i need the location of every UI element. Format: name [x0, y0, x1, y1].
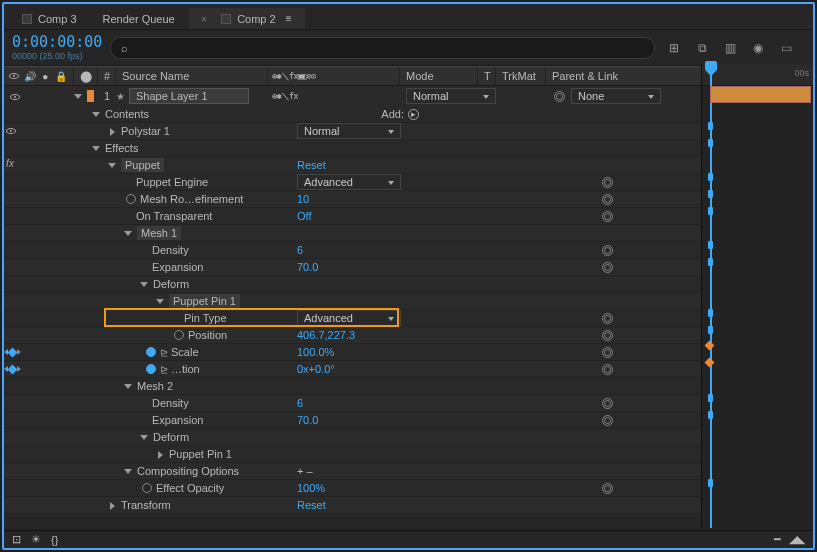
- density2-value[interactable]: 6: [297, 397, 303, 409]
- twirl-contents[interactable]: [92, 110, 101, 119]
- toolbar-icon-3[interactable]: ▥: [721, 41, 739, 55]
- pickwhip-icon[interactable]: [602, 313, 613, 324]
- graph-icon[interactable]: ⊵: [160, 347, 168, 358]
- layer-color-chip[interactable]: [87, 90, 94, 102]
- prop-polystar[interactable]: Polystar 1: [121, 125, 170, 137]
- pickwhip-icon[interactable]: [602, 262, 613, 273]
- col-solo-icon[interactable]: ●: [39, 71, 52, 82]
- keyframe-diamond-icon[interactable]: [8, 347, 18, 357]
- footer-toggle-2[interactable]: ☀: [31, 533, 41, 546]
- tab-render-queue[interactable]: Render Queue: [91, 8, 187, 29]
- parent-pickwhip-icon[interactable]: [554, 91, 565, 102]
- prop-deform[interactable]: Deform: [153, 278, 189, 290]
- twirl-pin1[interactable]: [156, 297, 165, 306]
- prop-transform[interactable]: Transform: [121, 499, 171, 511]
- on-transparent-value[interactable]: Off: [297, 210, 311, 222]
- layer-duration-bar[interactable]: [710, 86, 811, 103]
- pickwhip-icon[interactable]: [602, 194, 613, 205]
- pickwhip-icon[interactable]: [602, 398, 613, 409]
- expansion2-value[interactable]: 70.0: [297, 414, 318, 426]
- prop-puppet-pin2[interactable]: Puppet Pin 1: [169, 448, 232, 460]
- position-value[interactable]: 406.7,227.3: [297, 329, 355, 341]
- puppet-engine-dropdown[interactable]: Advanced: [297, 174, 401, 190]
- stopwatch-icon[interactable]: [142, 483, 152, 493]
- playhead-icon[interactable]: [710, 64, 712, 528]
- pickwhip-icon[interactable]: [602, 245, 613, 256]
- keyframe-diamond-icon[interactable]: [8, 364, 18, 374]
- parent-dropdown[interactable]: None: [571, 88, 661, 104]
- layer-visibility-icon[interactable]: [10, 94, 20, 100]
- pickwhip-icon[interactable]: [602, 483, 613, 494]
- effect-opacity-value[interactable]: 100%: [297, 482, 325, 494]
- mesh-refinement-value[interactable]: 10: [297, 193, 309, 205]
- pickwhip-icon[interactable]: [602, 415, 613, 426]
- col-visibility-icon[interactable]: [8, 73, 21, 79]
- keyframe-marker-icon[interactable]: [705, 341, 715, 351]
- graph-icon[interactable]: ⊵: [160, 364, 168, 375]
- prop-mesh1[interactable]: Mesh 1: [137, 226, 181, 240]
- twirl-mesh1[interactable]: [124, 229, 133, 238]
- prop-deform2[interactable]: Deform: [153, 431, 189, 443]
- col-mode[interactable]: Mode: [400, 67, 478, 85]
- layer-mode-dropdown[interactable]: Normal: [406, 88, 496, 104]
- scale-value[interactable]: 100.0%: [297, 346, 334, 358]
- prop-puppet-pin1[interactable]: Puppet Pin 1: [169, 294, 240, 308]
- col-lock-icon[interactable]: 🔒: [55, 71, 68, 82]
- stopwatch-active-icon[interactable]: [146, 347, 156, 357]
- search-input[interactable]: ⌕: [110, 37, 655, 59]
- twirl-puppet[interactable]: [108, 161, 117, 170]
- tab-comp3[interactable]: Comp 3: [10, 8, 89, 29]
- timeline-marker-icon: [708, 190, 713, 198]
- toolbar-icon-2[interactable]: ⧉: [693, 41, 711, 55]
- col-audio-icon[interactable]: 🔊: [24, 71, 37, 82]
- twirl-deform[interactable]: [140, 280, 149, 289]
- prop-puppet[interactable]: Puppet: [121, 158, 164, 172]
- pickwhip-icon[interactable]: [602, 211, 613, 222]
- prop-mesh2[interactable]: Mesh 2: [137, 380, 173, 392]
- footer-toggle-1[interactable]: ⊡: [12, 533, 21, 546]
- pickwhip-icon[interactable]: [602, 330, 613, 341]
- current-timecode[interactable]: 0:00:00:00: [12, 35, 100, 50]
- add-menu-icon[interactable]: ▸: [408, 109, 419, 120]
- twirl-effects[interactable]: [92, 144, 101, 153]
- puppet-reset[interactable]: Reset: [297, 159, 326, 171]
- twirl-pin2[interactable]: [156, 450, 165, 459]
- expansion-value[interactable]: 70.0: [297, 261, 318, 273]
- layer-twirl-icon[interactable]: [74, 92, 79, 101]
- layer-name-field[interactable]: Shape Layer 1: [129, 88, 249, 104]
- timeline-panel[interactable]: 00s: [701, 64, 813, 528]
- twirl-mesh2[interactable]: [124, 382, 133, 391]
- twirl-deform2[interactable]: [140, 433, 149, 442]
- toolbar-icon-4[interactable]: ◉: [749, 41, 767, 55]
- footer-mountain-icon[interactable]: ◢◣: [789, 533, 805, 546]
- panel-menu-icon[interactable]: ≡: [286, 13, 293, 24]
- footer-zoom-icon[interactable]: ━: [774, 533, 781, 546]
- transform-reset[interactable]: Reset: [297, 499, 326, 511]
- pickwhip-icon[interactable]: [602, 177, 613, 188]
- layer-switches[interactable]: ⊕✱＼fx: [268, 90, 400, 103]
- keyframe-marker-icon[interactable]: [705, 358, 715, 368]
- col-trkmat[interactable]: TrkMat: [496, 67, 546, 85]
- col-source-name[interactable]: Source Name: [116, 67, 268, 85]
- twirl-polystar[interactable]: [108, 127, 117, 136]
- toolbar-icon-5[interactable]: ▭: [777, 41, 795, 55]
- stopwatch-active-icon[interactable]: [146, 364, 156, 374]
- twirl-transform[interactable]: [108, 501, 117, 510]
- tab-comp2[interactable]: ×Comp 2≡: [189, 8, 305, 29]
- pin-type-dropdown[interactable]: Advanced: [297, 310, 401, 326]
- pickwhip-icon[interactable]: [602, 364, 613, 375]
- compositing-add-remove[interactable]: + –: [297, 465, 313, 477]
- polystar-visibility-icon[interactable]: [6, 128, 16, 134]
- density-value[interactable]: 6: [297, 244, 303, 256]
- col-label[interactable]: ⬤: [74, 67, 98, 85]
- toolbar-icon-1[interactable]: ⊞: [665, 41, 683, 55]
- polystar-mode-dropdown[interactable]: Normal: [297, 123, 401, 139]
- twirl-compositing[interactable]: [124, 467, 133, 476]
- stopwatch-icon[interactable]: [126, 194, 136, 204]
- pickwhip-icon[interactable]: [602, 347, 613, 358]
- stopwatch-icon[interactable]: [174, 330, 184, 340]
- footer-toggle-3[interactable]: {}: [51, 534, 58, 546]
- prop-compositing-options[interactable]: Compositing Options: [137, 465, 239, 477]
- layer-row[interactable]: 1 ★Shape Layer 1 ⊕✱＼fx Normal None: [4, 86, 813, 106]
- rotation-value[interactable]: 0x+0.0°: [297, 363, 335, 375]
